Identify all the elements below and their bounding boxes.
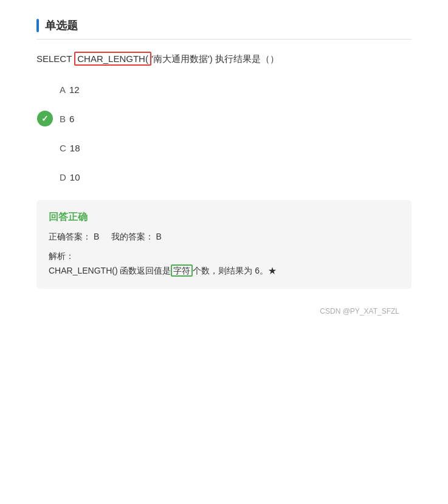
option-b[interactable]: B 6 [36,110,412,127]
option-d-label: D [60,172,66,182]
answer-correct-label: 回答正确 [49,211,399,224]
correct-answer-label: 正确答案： [49,232,91,241]
option-a-indicator [36,81,53,98]
answer-detail: 正确答案： B 我的答案： B [49,230,399,244]
option-b-indicator [36,110,53,127]
question-suffix: '南大通用数据') 执行结果是（） [151,54,279,64]
option-c-indicator [36,139,53,156]
analysis-text-before: CHAR_LENGTH() 函数返回值是 [49,266,171,275]
my-answer-label: 我的答案： [111,232,154,241]
csdn-credit: CSDN @PY_XAT_SFZL [36,307,412,316]
option-d-value: 10 [70,172,80,182]
analysis-label: 解析： [49,251,74,261]
option-c-value: 18 [70,143,80,153]
zi-fu-highlight: 字符 [171,264,193,277]
section-header: 单选题 [36,18,412,40]
section-bar [36,19,39,32]
page-container: 单选题 SELECT CHAR_LENGTH('南大通用数据') 执行结果是（）… [0,12,448,328]
section-title: 单选题 [45,18,78,33]
option-d[interactable]: D 10 [36,168,412,185]
option-c-label: C [60,143,66,153]
question-text: SELECT CHAR_LENGTH('南大通用数据') 执行结果是（） [36,52,412,66]
answer-box: 回答正确 正确答案： B 我的答案： B 解析： CHAR_LENGTH() 函… [36,200,412,289]
my-answer-value: B [156,232,162,241]
option-b-label: B [60,114,66,124]
function-highlight: CHAR_LENGTH( [74,52,151,66]
option-a-label: A [60,85,66,95]
option-b-value: 6 [69,114,74,124]
correct-answer-value: B [94,232,99,241]
question-prefix: SELECT [36,54,74,64]
option-c[interactable]: C 18 [36,139,412,156]
correct-check-icon [37,111,53,126]
option-a-value: 12 [69,85,80,95]
answer-analysis: 解析： CHAR_LENGTH() 函数返回值是字符个数，则结果为 6。★ [49,249,399,278]
options-list: A 12 B 6 C 18 D 10 [36,81,412,185]
option-d-indicator [36,168,53,185]
analysis-text-after: 个数，则结果为 6。★ [193,266,277,275]
option-a[interactable]: A 12 [36,81,412,98]
